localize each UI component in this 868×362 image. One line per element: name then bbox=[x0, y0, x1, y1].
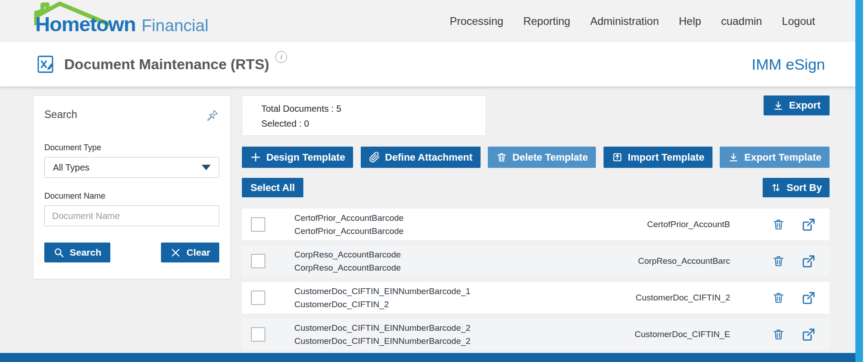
document-short-name: CorpReso_AccountBarc bbox=[638, 256, 730, 266]
document-name-label: Document Name bbox=[44, 191, 219, 201]
clear-button[interactable]: Clear bbox=[161, 243, 219, 262]
document-name: CorpReso_AccountBarcode bbox=[294, 250, 401, 260]
plus-icon bbox=[250, 152, 261, 163]
clear-button-label: Clear bbox=[186, 247, 210, 258]
export-document-button[interactable] bbox=[801, 326, 817, 343]
trash-icon bbox=[772, 328, 785, 341]
document-description: CertofPrior_AccountBarcode bbox=[294, 226, 404, 236]
top-bar: Hometown Financial Processing Reporting … bbox=[0, 0, 868, 42]
document-checkbox[interactable] bbox=[251, 327, 265, 342]
nav-item-help[interactable]: Help bbox=[679, 15, 701, 28]
download-icon bbox=[773, 100, 784, 111]
nav-item-logout[interactable]: Logout bbox=[782, 15, 815, 28]
page-title: Document Maintenance (RTS) bbox=[64, 56, 269, 73]
export-document-button[interactable] bbox=[801, 216, 817, 233]
export-button[interactable]: Export bbox=[764, 95, 830, 115]
nav-item-processing[interactable]: Processing bbox=[450, 15, 504, 28]
trash-icon bbox=[772, 218, 785, 231]
main-content: Search Document Type All Types Document … bbox=[0, 86, 868, 362]
document-description: CustomerDoc_CIFTIN_2 bbox=[294, 300, 471, 310]
nav-item-cuadmin[interactable]: cuadmin bbox=[721, 15, 762, 28]
document-short-name: CustomerDoc_CIFTIN_E bbox=[635, 329, 730, 339]
document-short-name: CustomerDoc_CIFTIN_2 bbox=[636, 293, 730, 303]
document-description: CustomerDoc_CIFTIN_EINNumberBarcode_2 bbox=[294, 336, 471, 346]
bottom-bar bbox=[0, 353, 868, 362]
document-name-input[interactable] bbox=[44, 205, 219, 226]
delete-document-button[interactable] bbox=[772, 328, 785, 341]
export-document-button[interactable] bbox=[801, 253, 817, 269]
document-name: CustomerDoc_CIFTIN_EINNumberBarcode_2 bbox=[294, 323, 471, 333]
document-maintenance-icon bbox=[36, 55, 55, 74]
document-checkbox[interactable] bbox=[251, 254, 265, 268]
export-document-button[interactable] bbox=[801, 290, 817, 306]
nav-item-reporting[interactable]: Reporting bbox=[523, 15, 570, 28]
define-attachment-button[interactable]: Define Attachment bbox=[361, 147, 481, 168]
paperclip-icon bbox=[369, 152, 380, 163]
document-row: CorpReso_AccountBarcode CorpReso_Account… bbox=[242, 245, 830, 277]
brand-logo: Hometown Financial bbox=[35, 13, 208, 36]
search-panel: Search Document Type All Types Document … bbox=[33, 95, 231, 279]
open-external-icon bbox=[801, 326, 817, 343]
trash-icon bbox=[772, 291, 785, 305]
export-button-label: Export bbox=[789, 100, 821, 111]
product-name: IMM eSign bbox=[752, 56, 826, 73]
delete-document-button[interactable] bbox=[772, 218, 785, 231]
document-description: CorpReso_AccountBarcode bbox=[294, 263, 401, 273]
document-name: CertofPrior_AccountBarcode bbox=[294, 213, 404, 223]
x-icon bbox=[170, 247, 181, 258]
document-row: CustomerDoc_CIFTIN_EINNumberBarcode_1 Cu… bbox=[242, 282, 830, 314]
trash-icon bbox=[496, 152, 507, 163]
accent-scroll-strip bbox=[855, 0, 863, 362]
document-short-name: CertofPrior_AccountB bbox=[647, 219, 730, 229]
document-checkbox[interactable] bbox=[251, 291, 265, 305]
sort-by-label: Sort By bbox=[787, 182, 822, 194]
selected-value: 0 bbox=[304, 119, 309, 129]
design-template-button[interactable]: Design Template bbox=[242, 147, 353, 168]
summary-box: Total Documents : 5 Selected : 0 bbox=[242, 95, 486, 136]
top-nav: Processing Reporting Administration Help… bbox=[450, 15, 815, 28]
search-button[interactable]: Search bbox=[44, 243, 110, 262]
nav-item-administration[interactable]: Administration bbox=[590, 15, 659, 28]
search-icon bbox=[53, 247, 65, 258]
document-row: CertofPrior_AccountBarcode CertofPrior_A… bbox=[242, 209, 830, 240]
import-template-button[interactable]: Import Template bbox=[604, 147, 713, 168]
document-type-label: Document Type bbox=[44, 143, 219, 152]
select-all-label: Select All bbox=[250, 182, 295, 194]
export-template-button[interactable]: Export Template bbox=[720, 147, 830, 168]
document-row: CustomerDoc_CIFTIN_EINNumberBarcode_2 Cu… bbox=[242, 319, 830, 350]
brand-subname: Financial bbox=[142, 16, 208, 35]
delete-document-button[interactable] bbox=[772, 291, 785, 305]
open-external-icon bbox=[801, 253, 817, 269]
search-button-label: Search bbox=[70, 247, 101, 258]
document-checkbox[interactable] bbox=[251, 217, 265, 232]
sort-by-button[interactable]: Sort By bbox=[763, 178, 830, 197]
title-bar: Document Maintenance (RTS) IMM eSign bbox=[0, 42, 868, 86]
import-icon bbox=[612, 152, 623, 163]
template-toolbar: Design Template Define Attachment Delete… bbox=[242, 147, 830, 168]
sort-icon bbox=[770, 182, 782, 193]
total-documents-value: 5 bbox=[336, 104, 341, 114]
total-documents-label: Total Documents : bbox=[261, 104, 334, 114]
open-external-icon bbox=[801, 216, 817, 233]
search-panel-title: Search bbox=[44, 109, 77, 121]
trash-icon bbox=[772, 254, 785, 268]
select-all-button[interactable]: Select All bbox=[242, 178, 303, 197]
delete-document-button[interactable] bbox=[772, 254, 785, 268]
document-name: CustomerDoc_CIFTIN_EINNumberBarcode_1 bbox=[294, 286, 471, 296]
edge-gutter bbox=[863, 0, 868, 362]
download-icon bbox=[728, 152, 739, 163]
delete-template-button[interactable]: Delete Template bbox=[488, 147, 596, 168]
selected-label: Selected : bbox=[261, 119, 302, 129]
pin-icon[interactable] bbox=[206, 109, 219, 124]
chevron-down-icon bbox=[202, 165, 211, 170]
open-external-icon bbox=[801, 290, 817, 306]
brand-name: Hometown bbox=[35, 13, 136, 36]
document-list: CertofPrior_AccountBarcode CertofPrior_A… bbox=[242, 209, 830, 350]
content-area: Total Documents : 5 Selected : 0 Export bbox=[242, 95, 830, 362]
info-icon[interactable] bbox=[275, 51, 287, 63]
document-type-select[interactable]: All Types bbox=[44, 157, 219, 178]
document-type-value: All Types bbox=[53, 162, 90, 173]
